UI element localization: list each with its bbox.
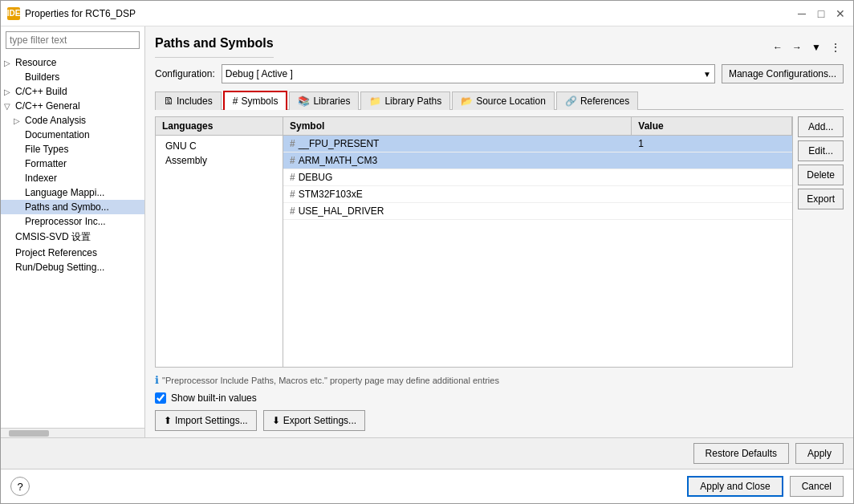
symbol-col-header: Symbol — [283, 117, 632, 135]
languages-header: Languages — [156, 117, 283, 136]
hash-icon: # — [290, 189, 295, 200]
tree-item-documentation[interactable]: Documentation — [1, 128, 144, 142]
manage-configurations-button[interactable]: Manage Configurations... — [722, 64, 844, 83]
tree-item-label: Formatter — [25, 158, 67, 169]
delete-button[interactable]: Delete — [798, 165, 844, 185]
panel-title: Paths and Symbols — [155, 36, 274, 58]
tree-item-language-mapping[interactable]: Language Mappi... — [1, 185, 144, 200]
symbol-row-stm32[interactable]: #STM32F103xE — [283, 186, 792, 203]
show-builtin-checkbox[interactable] — [155, 392, 166, 404]
symbol-value — [632, 152, 792, 169]
tab-libraries-label: Libraries — [313, 96, 350, 107]
left-panel: ▷ Resource Builders ▷ C/C++ Build ▽ C/C+… — [1, 26, 145, 437]
close-button[interactable]: ✕ — [834, 7, 847, 20]
tab-libraries[interactable]: 📚 Libraries — [289, 91, 359, 110]
main-content: ▷ Resource Builders ▷ C/C++ Build ▽ C/C+… — [1, 26, 853, 437]
checkbox-row: Show built-in values — [155, 392, 844, 404]
app-icon: IDE — [7, 7, 20, 20]
symbol-value — [632, 203, 792, 219]
tree-item-formatter[interactable]: Formatter — [1, 156, 144, 171]
tab-symbols-label: Symbols — [241, 96, 278, 107]
tabs-bar: 🖻 Includes # Symbols 📚 Libraries 📁 Libra… — [155, 90, 844, 110]
add-button[interactable]: Add... — [798, 116, 844, 137]
tab-library-paths[interactable]: 📁 Library Paths — [360, 91, 450, 110]
tree-item-label: C/C++ General — [15, 100, 80, 112]
filter-input[interactable] — [6, 31, 140, 49]
hash-icon: # — [290, 172, 295, 183]
symbol-value: 1 — [632, 136, 792, 152]
dropdown-arrow-icon: ▼ — [703, 70, 711, 79]
restore-defaults-button[interactable]: Restore Defaults — [693, 443, 789, 464]
export-button[interactable]: Export — [798, 189, 844, 209]
export-settings-button[interactable]: ⬇ Export Settings... — [263, 410, 365, 431]
window-title: Properties for RCT6_DSP — [25, 8, 791, 19]
tree-item-preprocessor[interactable]: Preprocessor Inc... — [1, 214, 144, 229]
symbol-row-debug[interactable]: #DEBUG — [283, 169, 792, 186]
export-icon: ⬇ — [272, 415, 280, 426]
tree-item-label: Resource — [15, 57, 56, 68]
tree-item-label: CMSIS-SVD 设置 — [15, 230, 91, 244]
nav-back-button[interactable]: ← — [770, 40, 786, 55]
tree-item-cpp-build[interactable]: ▷ C/C++ Build — [1, 84, 144, 99]
tab-symbols-icon: # — [233, 96, 238, 107]
symbol-name: USE_HAL_DRIVER — [299, 205, 384, 217]
tree-item-cmsis[interactable]: CMSIS-SVD 设置 — [1, 229, 144, 246]
tree-item-code-analysis[interactable]: ▷ Code Analysis — [1, 113, 144, 128]
tab-references-label: References — [580, 96, 629, 107]
tree-item-label: Project References — [15, 247, 97, 258]
tree-item-run-debug[interactable]: Run/Debug Setting... — [1, 260, 144, 274]
tab-references[interactable]: 🔗 References — [556, 91, 638, 110]
checkbox-label: Show built-in values — [171, 392, 257, 404]
apply-button[interactable]: Apply — [795, 443, 844, 464]
tree-item-resource[interactable]: ▷ Resource — [1, 55, 144, 70]
config-dropdown[interactable]: Debug [ Active ] ▼ — [222, 64, 715, 83]
symbol-row-fpu-present[interactable]: #__FPU_PRESENT 1 — [283, 136, 792, 152]
tree-item-label: Builders — [25, 71, 59, 83]
cancel-button[interactable]: Cancel — [790, 476, 844, 497]
title-bar: IDE Properties for RCT6_DSP ─ □ ✕ — [1, 1, 853, 26]
value-col-header: Value — [632, 117, 792, 135]
tree-item-indexer[interactable]: Indexer — [1, 171, 144, 185]
expand-arrow: ▽ — [4, 102, 12, 111]
languages-panel: Languages GNU C Assembly — [155, 116, 283, 368]
config-label: Configuration: — [155, 68, 215, 79]
tab-symbols[interactable]: # Symbols — [223, 91, 288, 110]
edit-button[interactable]: Edit... — [798, 140, 844, 161]
tree-item-label: Preprocessor Inc... — [25, 216, 106, 227]
symbol-row-use-hal[interactable]: #USE_HAL_DRIVER — [283, 203, 792, 220]
dialog-footer: ? Apply and Close Cancel — [1, 469, 853, 503]
symbol-row-arm-math[interactable]: #ARM_MATH_CM3 — [283, 152, 792, 169]
import-export-row: ⬆ Import Settings... ⬇ Export Settings..… — [155, 410, 844, 431]
hash-icon: # — [290, 138, 295, 149]
tab-includes-label: Includes — [177, 96, 213, 107]
left-scroll-bar[interactable] — [1, 428, 144, 437]
tree-item-project-refs[interactable]: Project References — [1, 246, 144, 260]
bottom-bar: Restore Defaults Apply — [1, 437, 853, 469]
language-assembly[interactable]: Assembly — [162, 153, 276, 168]
tree-item-label: Code Analysis — [25, 115, 86, 126]
import-settings-button[interactable]: ⬆ Import Settings... — [155, 410, 257, 431]
tab-library-paths-icon: 📁 — [369, 96, 381, 107]
tab-source-location-label: Source Location — [476, 96, 546, 107]
nav-more-button[interactable]: ⋮ — [828, 40, 844, 55]
maximize-button[interactable]: □ — [815, 7, 828, 20]
nav-menu-button[interactable]: ▼ — [808, 40, 824, 55]
tree-item-builders[interactable]: Builders — [1, 70, 144, 84]
help-button[interactable]: ? — [10, 477, 30, 496]
tree-item-label: Language Mappi... — [25, 187, 104, 198]
minimize-button[interactable]: ─ — [795, 7, 808, 20]
tree-item-cpp-general[interactable]: ▽ C/C++ General — [1, 99, 144, 113]
scroll-thumb — [9, 430, 49, 437]
tree-item-paths-symbols[interactable]: Paths and Symbo... — [1, 200, 144, 214]
language-gnu-c[interactable]: GNU C — [162, 139, 276, 153]
symbol-name: ARM_MATH_CM3 — [299, 155, 377, 166]
tab-includes[interactable]: 🖻 Includes — [155, 91, 222, 110]
apply-close-button[interactable]: Apply and Close — [687, 476, 783, 497]
tab-libraries-icon: 📚 — [298, 96, 310, 107]
tab-source-location-icon: 📂 — [461, 96, 473, 107]
config-value: Debug [ Active ] — [226, 68, 293, 79]
tab-source-location[interactable]: 📂 Source Location — [452, 91, 555, 110]
tree-item-file-types[interactable]: File Types — [1, 142, 144, 156]
title-controls: ─ □ ✕ — [795, 7, 847, 20]
nav-forward-button[interactable]: → — [789, 40, 805, 55]
